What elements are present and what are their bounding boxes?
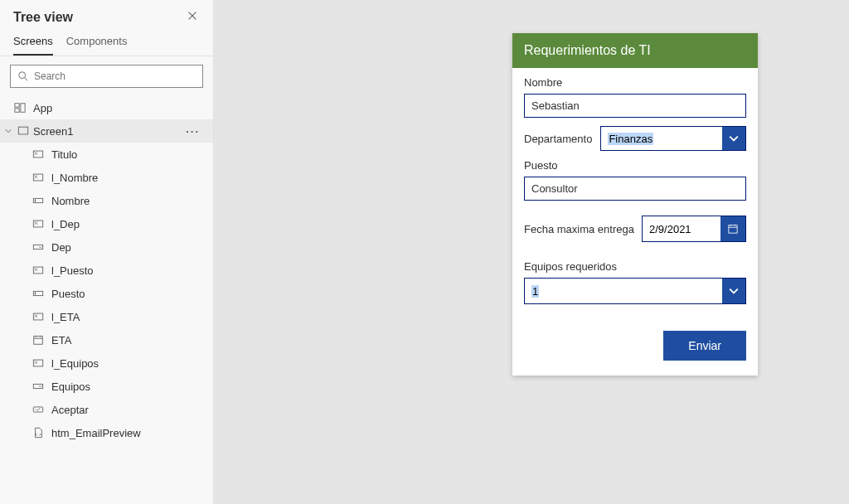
app-root-row[interactable]: App — [0, 96, 213, 119]
tree-item[interactable]: htm_EmailPreview — [25, 421, 213, 444]
tree-item[interactable]: l_ETA — [25, 305, 213, 328]
tree-item-label: l_Equipos — [51, 357, 99, 370]
tree-view-panel: Tree view Screens Components App Screen1… — [0, 0, 214, 504]
tree-screen-row[interactable]: Screen1 ··· — [0, 119, 213, 143]
dep-dropdown[interactable]: Finanzas — [600, 126, 746, 151]
tree-item[interactable]: l_Puesto — [25, 259, 213, 282]
nombre-label: Nombre — [524, 76, 746, 89]
label-icon — [32, 264, 45, 277]
tree-item-label: ETA — [51, 334, 71, 346]
tree-item-label: Puesto — [51, 288, 85, 300]
chevron-down-icon[interactable] — [3, 128, 13, 134]
tree-item[interactable]: ETA — [25, 328, 213, 351]
tree-item-label: Nombre — [51, 195, 90, 207]
tree-item[interactable]: Puesto — [25, 282, 213, 305]
tabs: Screens Components — [0, 28, 213, 56]
field-fecha: Fecha maxima entrega 2/9/2021 — [512, 201, 758, 242]
label-icon — [32, 310, 45, 323]
fecha-label: Fecha maxima entrega — [524, 223, 637, 235]
date-icon — [32, 333, 45, 346]
form-title: Requerimientos de TI — [512, 33, 758, 68]
svg-point-0 — [19, 72, 26, 79]
tab-screens[interactable]: Screens — [13, 28, 53, 56]
nombre-input[interactable] — [524, 94, 746, 118]
tree-item[interactable]: l_Nombre — [25, 166, 213, 189]
label-icon — [32, 217, 45, 230]
equipos-label: Equipos requeridos — [524, 260, 746, 273]
tree-item-label: Equipos — [51, 380, 90, 393]
html-icon — [32, 426, 45, 439]
svg-rect-3 — [15, 109, 19, 112]
field-nombre: Nombre — [512, 68, 758, 118]
tree-item-label: Titulo — [51, 148, 77, 161]
submit-row: Enviar — [512, 304, 758, 367]
svg-rect-4 — [18, 127, 27, 134]
svg-rect-1 — [15, 104, 19, 107]
form-card: Requerimientos de TI Nombre Departamento… — [512, 33, 758, 376]
svg-rect-17 — [729, 225, 737, 233]
fecha-picker[interactable]: 2/9/2021 — [642, 216, 746, 242]
field-departamento: Departamento Finanzas — [512, 118, 758, 151]
chevron-down-icon — [722, 279, 745, 303]
puesto-input[interactable] — [524, 177, 746, 201]
dep-value: Finanzas — [601, 127, 722, 150]
chevron-down-icon — [722, 127, 745, 150]
tree-item[interactable]: Equipos — [25, 375, 213, 398]
tree-item[interactable]: Nombre — [25, 189, 213, 212]
input-icon — [32, 194, 45, 207]
tree-item-label: l_Dep — [51, 218, 80, 230]
panel-title: Tree view — [13, 10, 73, 25]
svg-rect-13 — [34, 337, 43, 345]
tree-children: Titulol_NombreNombrel_DepDepl_PuestoPues… — [0, 143, 213, 444]
input-icon — [32, 287, 45, 300]
dropdown-icon — [32, 240, 45, 254]
more-menu-icon[interactable]: ··· — [186, 125, 206, 138]
tree-item[interactable]: Dep — [25, 235, 213, 259]
svg-rect-2 — [21, 104, 25, 113]
button-icon — [32, 403, 45, 416]
puesto-label: Puesto — [524, 159, 746, 172]
fecha-value: 2/9/2021 — [643, 216, 720, 241]
canvas: Requerimientos de TI Nombre Departamento… — [214, 0, 849, 504]
equipos-value: 1 — [525, 279, 722, 303]
tree-item-label: Dep — [51, 241, 71, 254]
screen-icon — [17, 124, 30, 138]
tree-item[interactable]: Titulo — [25, 143, 213, 166]
label-icon — [32, 171, 45, 184]
field-puesto: Puesto — [512, 151, 758, 201]
label-icon — [32, 148, 45, 161]
tree-item[interactable]: l_Dep — [25, 212, 213, 235]
app-icon — [13, 101, 27, 114]
app-label: App — [33, 102, 52, 114]
tree-header: Tree view — [0, 0, 213, 28]
close-icon[interactable] — [185, 10, 200, 25]
tree-item-label: l_Puesto — [51, 264, 94, 277]
tree-item[interactable]: l_Equipos — [25, 351, 213, 375]
tree-item-label: Aceptar — [51, 404, 89, 416]
search-icon — [17, 70, 29, 82]
equipos-dropdown[interactable]: 1 — [524, 278, 746, 304]
tab-components[interactable]: Components — [66, 28, 128, 56]
search-input[interactable] — [34, 70, 196, 82]
dep-label: Departamento — [524, 133, 592, 145]
calendar-icon — [720, 216, 745, 241]
tree-item-label: l_Nombre — [51, 172, 98, 184]
tree-item-label: l_ETA — [51, 311, 80, 323]
field-equipos: Equipos requeridos 1 — [512, 242, 758, 304]
dropdown-icon — [32, 380, 45, 393]
search-box[interactable] — [10, 65, 203, 88]
screen-label: Screen1 — [33, 125, 73, 138]
search-container — [0, 56, 213, 96]
enviar-button[interactable]: Enviar — [663, 331, 746, 361]
tree-item-label: htm_EmailPreview — [51, 427, 141, 439]
tree-item[interactable]: Aceptar — [25, 398, 213, 421]
label-icon — [32, 356, 45, 370]
